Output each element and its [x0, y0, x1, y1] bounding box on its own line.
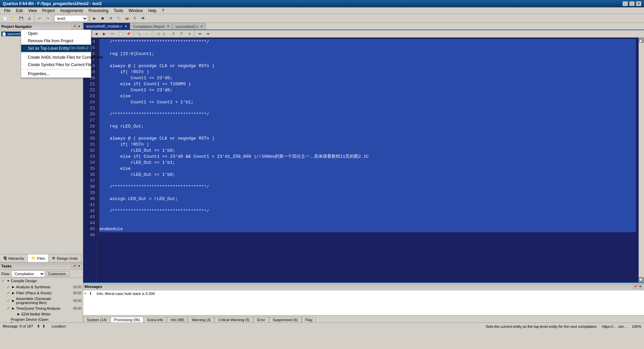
editor-tab-compilation-close[interactable]: ✕: [167, 24, 169, 28]
ctx-properties[interactable]: Properties...: [21, 70, 91, 78]
tb-synth[interactable]: ⚙: [107, 15, 114, 22]
toolbar: 📄 📂 💾 🖨 ↩ ↪ test2 ▶ ⏹ ⚙ 🔧 📦 ⏱ 💻: [0, 14, 644, 23]
ctx-open[interactable]: Open: [21, 30, 91, 37]
menu-file[interactable]: File: [1, 8, 13, 14]
task-expand-icon[interactable]: ▶: [12, 307, 16, 310]
messages-panel: Messages 📌 ✕ + ℹ Info: Worst-case hold s…: [83, 282, 644, 322]
line-number: 43: [85, 214, 95, 220]
msg-tab-flag[interactable]: Flag: [302, 317, 316, 322]
down-arrow-btn[interactable]: ⬇: [42, 324, 45, 328]
menu-project[interactable]: Project: [40, 8, 57, 14]
ed-tb-search[interactable]: 🔍: [135, 31, 143, 37]
ctx-create-symbol[interactable]: Create Symbol Files for Current File: [21, 61, 91, 68]
menu-window[interactable]: Window: [126, 8, 146, 14]
msg-tab-critical[interactable]: Critical Warning (5): [214, 317, 253, 322]
menu-tools[interactable]: Tools: [111, 8, 126, 14]
files-icon: 📁: [31, 256, 36, 260]
ctx-remove[interactable]: Remove File from Project: [21, 37, 91, 45]
tb-asm[interactable]: 📦: [123, 15, 130, 22]
ed-tb-paste[interactable]: 📌: [125, 31, 132, 37]
task-expand-icon[interactable]: ▶: [17, 312, 21, 316]
code-line: rLED_Out <= 1'b0;: [99, 172, 636, 178]
messages-pin-btn[interactable]: 📌: [633, 284, 637, 289]
ed-tb-nav-back[interactable]: ⬅: [196, 31, 204, 37]
msg-tab-error[interactable]: Error: [253, 317, 269, 322]
msg-tab-warning[interactable]: Warning (3): [188, 317, 214, 322]
ed-tb-prev[interactable]: ◀: [93, 31, 100, 37]
tb-save[interactable]: 💾: [17, 15, 25, 22]
up-arrow-btn[interactable]: ⬆: [37, 324, 40, 328]
close-button[interactable]: ✕: [636, 1, 641, 6]
task-expand-icon[interactable]: ▶: [12, 285, 16, 289]
menu-help[interactable]: Help: [146, 8, 159, 14]
ed-tb-replace[interactable]: ↔: [143, 31, 151, 37]
ed-tb-comment[interactable]: //: [170, 31, 177, 37]
tb-fit[interactable]: 🔧: [115, 15, 122, 22]
ed-tb-nav-fwd[interactable]: ➡: [204, 31, 212, 37]
editor-tab-compilation[interactable]: Compilation Report ✕: [130, 23, 172, 30]
ed-tb-cut[interactable]: ✂: [109, 31, 116, 37]
scrollbar-down[interactable]: ▼: [639, 277, 644, 282]
ed-tb-next[interactable]: ▶: [101, 31, 108, 37]
ed-tb-indent[interactable]: →|: [154, 31, 161, 37]
tasks-close-btn[interactable]: ✕: [77, 264, 82, 268]
tasks-flow: Flow: Compilation Customize...: [0, 270, 83, 278]
menu-edit[interactable]: Edit: [13, 8, 25, 14]
msg-tab-info[interactable]: Info (88): [167, 317, 188, 322]
main-layout: Project Navigator 📌 ✕ Open Remove File f…: [0, 23, 644, 322]
task-expand-icon[interactable]: ▶: [12, 291, 16, 295]
editor-tab-test2-close[interactable]: ✕: [200, 24, 203, 28]
msg-tab-suppressed[interactable]: Suppressed (6): [269, 317, 302, 322]
tb-new[interactable]: 📄: [1, 15, 9, 22]
line-number: 26: [85, 111, 95, 117]
nav-tab-files[interactable]: 📁 Files: [28, 254, 49, 262]
tb-redo[interactable]: ↪: [44, 15, 51, 22]
tb-stop[interactable]: ⏹: [99, 15, 106, 22]
menu-processing[interactable]: Processing: [86, 8, 111, 14]
minimize-button[interactable]: ─: [623, 1, 628, 6]
ed-tb-uncomment[interactable]: /*: [178, 31, 185, 37]
editor-scrollbar[interactable]: ▲ ▼: [639, 38, 644, 282]
panel-pin-btn[interactable]: 📌: [71, 24, 76, 29]
project-select[interactable]: test2: [54, 15, 88, 22]
code-line: /************************************/: [99, 208, 636, 214]
msg-tab-system[interactable]: System (14): [83, 317, 110, 322]
tb-program[interactable]: 💻: [139, 15, 147, 22]
messages-close-btn[interactable]: ✕: [638, 284, 643, 289]
menu-assignments[interactable]: Assignments: [57, 8, 86, 14]
task-expand-icon[interactable]: ▶: [12, 299, 16, 302]
msg-tab-extra[interactable]: Extra Info: [144, 317, 167, 322]
msg-tab-processing[interactable]: Processing (96): [110, 317, 144, 322]
task-time-label: 00:00: [68, 299, 82, 303]
menu-question[interactable]: ?: [159, 8, 167, 14]
tb-undo[interactable]: ↩: [36, 15, 43, 22]
code-content[interactable]: /************************************/ r…: [97, 38, 639, 282]
editor-tab-led0[interactable]: source/led0_module.v ✕: [83, 23, 130, 30]
panel-close-btn[interactable]: ✕: [77, 24, 82, 29]
menu-view[interactable]: View: [25, 8, 40, 14]
tb-print[interactable]: 🖨: [25, 15, 33, 22]
ctx-set-top[interactable]: Set as Top-Level Entity Ctrl+Shift+J: [21, 45, 91, 52]
ed-tb-outdent[interactable]: |←: [162, 31, 169, 37]
editor-tab-led0-close[interactable]: ✕: [124, 24, 127, 28]
ed-tb-copy[interactable]: 📋: [117, 31, 124, 37]
nav-tab-hierarchy[interactable]: 🏗 Hierarchy: [0, 254, 28, 262]
tb-open[interactable]: 📂: [9, 15, 17, 22]
ed-tb-toggle[interactable]: ≡: [186, 31, 193, 37]
customize-btn[interactable]: Customize...: [46, 271, 70, 277]
task-expand-icon[interactable]: ▼: [7, 279, 11, 283]
tb-compile[interactable]: ▶: [91, 15, 98, 22]
nav-tab-design-units[interactable]: ⚙ Design Units: [49, 254, 81, 262]
scrollbar-up[interactable]: ▲: [639, 38, 644, 43]
editor-tab-test2[interactable]: source/test2.v ✕: [172, 23, 206, 30]
tasks-flow-select[interactable]: Compilation: [11, 270, 45, 277]
line-number: 39: [85, 190, 95, 196]
tb-timing[interactable]: ⏱: [131, 15, 139, 22]
status-url: https://... .net...: [602, 325, 627, 329]
code-line: [99, 178, 636, 184]
ctx-create-ahdl[interactable]: Create AHDL Include Files for Current Fi…: [21, 54, 91, 61]
tasks-pin-btn[interactable]: 📌: [71, 264, 76, 268]
maximize-button[interactable]: □: [629, 1, 635, 6]
code-line: else: [99, 166, 636, 172]
msg-expand[interactable]: +: [85, 292, 89, 295]
